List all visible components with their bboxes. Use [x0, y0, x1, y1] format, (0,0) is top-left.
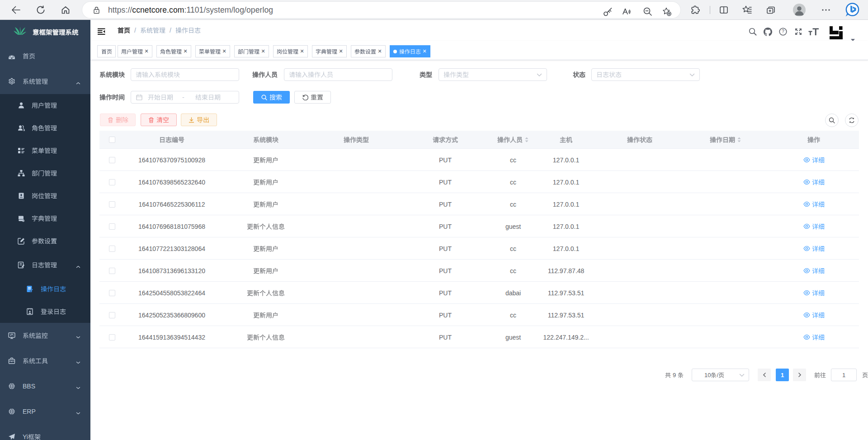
svg-text:?: ?: [782, 28, 784, 34]
